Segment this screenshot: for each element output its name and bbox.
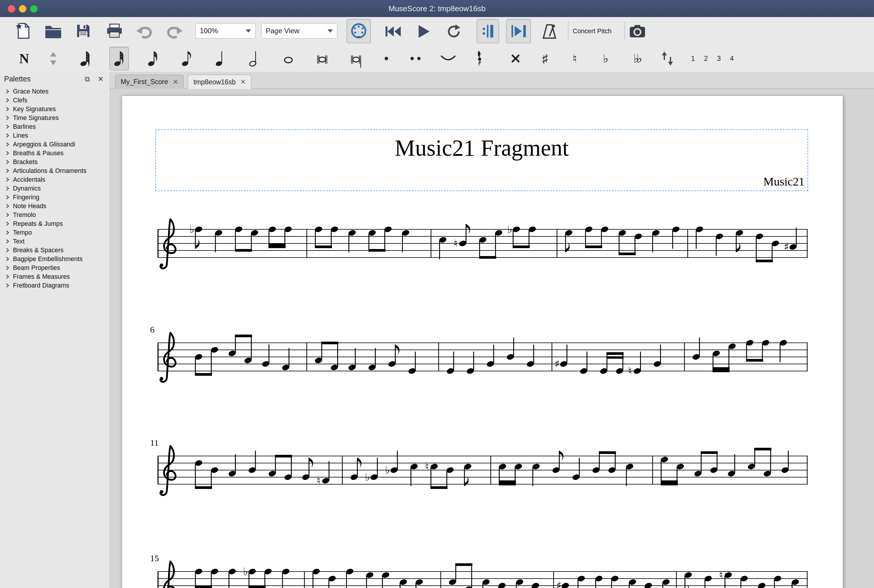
voice-4-button[interactable]: 4 xyxy=(726,51,737,66)
chevron-right-icon xyxy=(5,222,9,226)
play-icon xyxy=(417,24,430,39)
redo-button[interactable] xyxy=(166,25,183,39)
palette-item-grace-notes[interactable]: Grace Notes xyxy=(0,87,110,96)
palette-item-breaths-pauses[interactable]: Breaths & Pauses xyxy=(0,149,110,158)
score-composer[interactable]: Music21 xyxy=(763,175,805,189)
duration-breve-button[interactable] xyxy=(313,47,332,70)
duration-half-button[interactable] xyxy=(245,47,264,70)
flip-direction-button[interactable] xyxy=(658,47,677,70)
title-frame-selection[interactable]: Music21 Fragment Music21 xyxy=(155,129,808,191)
palette-item-beam-properties[interactable]: Beam Properties xyxy=(0,263,110,272)
chevron-right-icon xyxy=(5,204,9,208)
undo-button[interactable] xyxy=(136,25,153,39)
pan-playback-toggle[interactable] xyxy=(506,19,531,43)
palette-item-tempo[interactable]: Tempo xyxy=(0,228,110,237)
svg-text:♮: ♮ xyxy=(719,569,723,581)
save-button[interactable] xyxy=(76,24,91,38)
palette-item-barlines[interactable]: Barlines xyxy=(0,122,110,131)
palette-item-label: Time Signatures xyxy=(13,114,59,122)
palette-item-key-signatures[interactable]: Key Signatures xyxy=(0,105,110,114)
note-input-mode-button[interactable]: N xyxy=(14,47,34,70)
close-panel-icon[interactable]: ✕ xyxy=(98,75,104,83)
chevron-right-icon xyxy=(5,231,9,235)
chevron-right-icon xyxy=(5,178,9,182)
longa-note-icon xyxy=(347,48,365,69)
chevron-right-icon xyxy=(5,248,9,252)
palette-item-fretboard-diagrams[interactable]: Fretboard Diagrams xyxy=(0,281,110,290)
palette-item-brackets[interactable]: Brackets xyxy=(0,158,110,166)
tab-close-icon[interactable]: ✕ xyxy=(173,78,178,86)
new-score-button[interactable] xyxy=(15,22,30,39)
sharp-button[interactable]: ♯ xyxy=(535,47,555,70)
svg-text:♭: ♭ xyxy=(507,223,512,235)
augmentation-dot-button[interactable] xyxy=(377,47,396,70)
tie-button[interactable] xyxy=(438,47,458,70)
duration-whole-button[interactable] xyxy=(279,47,298,70)
tab-close-icon[interactable]: ✕ xyxy=(241,78,246,86)
voice-1-button[interactable]: 1 xyxy=(687,51,699,66)
play-repeats-toggle[interactable] xyxy=(477,19,499,43)
midi-input-toggle[interactable] xyxy=(347,19,371,43)
natural-button[interactable]: ♮ xyxy=(565,47,584,70)
chevron-right-icon xyxy=(5,213,9,217)
palette-item-time-signatures[interactable]: Time Signatures xyxy=(0,114,110,122)
midi-connector-icon xyxy=(350,22,367,40)
flat-button[interactable]: ♭ xyxy=(596,47,615,70)
duration-quarter-button[interactable] xyxy=(211,47,230,70)
double-flat-button[interactable]: ♭♭ xyxy=(627,47,646,70)
play-button[interactable] xyxy=(417,24,430,39)
palette-item-frames-measures[interactable]: Frames & Measures xyxy=(0,272,110,281)
print-button[interactable] xyxy=(106,24,123,38)
quarter-rest-icon xyxy=(477,50,484,67)
duration-32nd-button[interactable] xyxy=(110,47,129,70)
score-canvas[interactable]: Music21 Fragment Music21 ♭♮♭♯6♯♮11♮♭♭♮15… xyxy=(110,89,874,588)
view-mode-value: Page View xyxy=(266,27,299,35)
concert-pitch-button[interactable]: Concert Pitch xyxy=(573,26,612,36)
pan-score-icon xyxy=(511,24,526,38)
palette-item-tremolo[interactable]: Tremolo xyxy=(0,210,110,219)
palette-item-text[interactable]: Text xyxy=(0,237,110,246)
palette-item-arpeggios-glissandi[interactable]: Arpeggios & Glissandi xyxy=(0,140,110,149)
palette-item-label: Barlines xyxy=(13,123,36,130)
rewind-button[interactable] xyxy=(385,25,402,38)
palette-item-note-heads[interactable]: Note Heads xyxy=(0,202,110,210)
palette-item-fingering[interactable]: Fingering xyxy=(0,193,110,202)
metronome-toggle[interactable] xyxy=(542,24,557,39)
loop-playback-button[interactable] xyxy=(446,24,462,39)
palette-item-bagpipe-embellishments[interactable]: Bagpipe Embellishments xyxy=(0,255,110,263)
palette-item-accidentals[interactable]: Accidentals xyxy=(0,175,110,184)
quarter-note-icon xyxy=(212,48,229,69)
voice-2-button[interactable]: 2 xyxy=(700,51,712,66)
chevron-down-icon xyxy=(328,29,333,33)
score-title[interactable]: Music21 Fragment xyxy=(156,135,808,161)
palette-item-repeats-jumps[interactable]: Repeats & Jumps xyxy=(0,219,110,228)
double-dot-button[interactable] xyxy=(406,47,426,70)
palettes-panel: Palettes ⧉ ✕ Grace Notes Clefs Key Signa… xyxy=(0,72,110,588)
tab-my-first-score[interactable]: My_First_Score ✕ xyxy=(115,75,184,89)
zoom-select[interactable]: 100% xyxy=(196,23,256,39)
palette-item-articulations-ornaments[interactable]: Articulations & Ornaments xyxy=(0,166,110,175)
duration-eighth-button[interactable] xyxy=(177,47,197,70)
duration-longa-button[interactable] xyxy=(346,47,366,70)
chevron-right-icon xyxy=(5,257,9,261)
tab-tmp8eow16sb[interactable]: tmp8eow16sb ✕ xyxy=(188,75,251,89)
palette-list: Grace Notes Clefs Key Signatures Time Si… xyxy=(0,87,110,290)
palette-item-dynamics[interactable]: Dynamics xyxy=(0,184,110,193)
palette-item-breaks-spacers[interactable]: Breaks & Spacers xyxy=(0,246,110,255)
palette-item-clefs[interactable]: Clefs xyxy=(0,96,110,105)
pitch-up-down-button[interactable] xyxy=(44,47,63,70)
duration-64th-button[interactable] xyxy=(76,47,95,70)
palettes-title: Palettes xyxy=(4,75,31,83)
view-mode-select[interactable]: Page View xyxy=(261,23,337,39)
chevron-right-icon xyxy=(5,151,9,155)
undock-panel-icon[interactable]: ⧉ xyxy=(85,75,90,83)
open-file-button[interactable] xyxy=(45,25,62,38)
score-page[interactable]: Music21 Fragment Music21 ♭♮♭♯6♯♮11♮♭♭♮15… xyxy=(122,96,843,588)
duration-16th-button[interactable] xyxy=(143,47,163,70)
palette-item-lines[interactable]: Lines xyxy=(0,131,110,140)
voice-3-button[interactable]: 3 xyxy=(713,51,725,66)
chevron-right-icon xyxy=(5,186,9,190)
image-capture-button[interactable] xyxy=(629,24,645,38)
double-sharp-button[interactable] xyxy=(506,47,525,70)
rest-button[interactable] xyxy=(471,47,490,70)
